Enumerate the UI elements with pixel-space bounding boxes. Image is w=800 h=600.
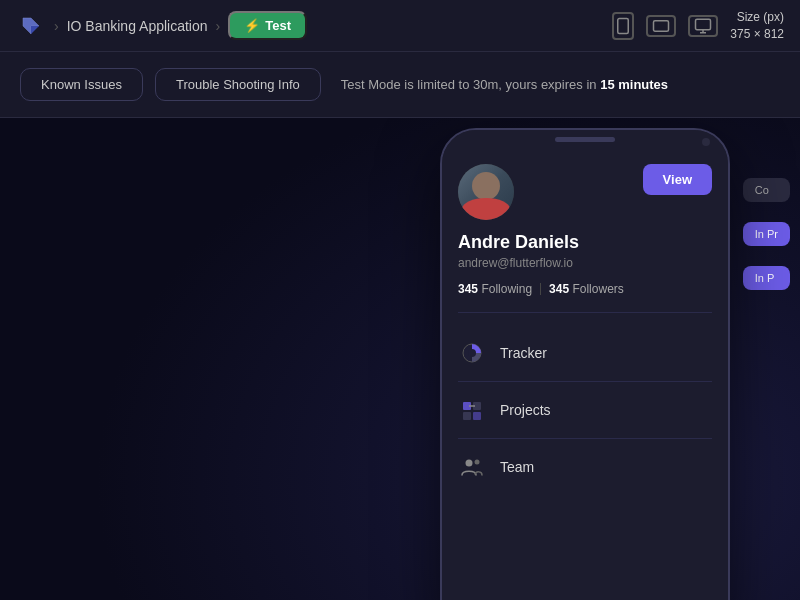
phone-frame: View Andre Daniels andrew@flutterflow.io… <box>440 128 730 600</box>
svg-point-14 <box>466 460 473 467</box>
tracker-icon <box>458 339 486 367</box>
desktop-device-icon[interactable] <box>688 15 718 37</box>
svg-rect-4 <box>696 19 711 30</box>
svg-rect-12 <box>473 412 481 420</box>
tabs-row: Known Issues Trouble Shooting Info Test … <box>0 52 800 118</box>
topbar-left: › IO Banking Application › ⚡ Test <box>16 11 307 41</box>
profile-divider <box>458 312 712 313</box>
test-mode-text: Test Mode is limited to 30m, yours expir… <box>341 77 600 92</box>
svg-rect-11 <box>463 412 471 420</box>
size-value: 375 × 812 <box>730 26 784 43</box>
main-area: Co In Pr In P View <box>0 118 800 600</box>
phone-content: View Andre Daniels andrew@flutterflow.io… <box>442 148 728 600</box>
avatar <box>458 164 514 220</box>
view-button[interactable]: View <box>643 164 712 195</box>
troubleshooting-tab[interactable]: Trouble Shooting Info <box>155 68 321 101</box>
right-cards: Co In Pr In P <box>743 178 790 290</box>
stat-divider <box>540 283 541 295</box>
svg-point-8 <box>468 349 476 357</box>
logo-icon[interactable] <box>16 11 46 41</box>
projects-label: Projects <box>500 402 551 418</box>
following-label: Following <box>481 282 532 296</box>
phone-container: View Andre Daniels andrew@flutterflow.io… <box>440 128 740 600</box>
right-card-co: Co <box>743 178 790 202</box>
team-label: Team <box>500 459 534 475</box>
content-area: Known Issues Trouble Shooting Info Test … <box>0 52 800 600</box>
tablet-device-icon[interactable] <box>646 15 676 37</box>
profile-row: View <box>458 164 712 220</box>
menu-item-tracker[interactable]: Tracker <box>458 325 712 382</box>
phone-camera-dot <box>702 138 710 146</box>
size-info: Size (px) 375 × 812 <box>730 9 784 43</box>
test-button[interactable]: ⚡ Test <box>228 11 307 40</box>
topbar-right: Size (px) 375 × 812 <box>612 9 784 43</box>
tracker-label: Tracker <box>500 345 547 361</box>
followers-label: Followers <box>572 282 623 296</box>
following-stat: 345 Following <box>458 282 532 296</box>
projects-icon <box>458 396 486 424</box>
followers-stat: 345 Followers <box>549 282 624 296</box>
phone-notch-pill <box>555 137 615 142</box>
svg-rect-2 <box>654 20 669 31</box>
breadcrumb-app: IO Banking Application <box>67 18 208 34</box>
svg-rect-0 <box>618 18 629 33</box>
menu-item-team[interactable]: Team <box>458 439 712 495</box>
profile-email: andrew@flutterflow.io <box>458 256 712 270</box>
svg-point-15 <box>475 460 480 465</box>
right-card-inpr1: In Pr <box>743 222 790 246</box>
team-icon <box>458 453 486 481</box>
known-issues-tab[interactable]: Known Issues <box>20 68 143 101</box>
following-count: 345 <box>458 282 478 296</box>
test-mode-message: Test Mode is limited to 30m, yours expir… <box>341 77 668 92</box>
test-mode-time: 15 minutes <box>600 77 668 92</box>
test-button-label: Test <box>265 18 291 33</box>
menu-item-projects[interactable]: Projects <box>458 382 712 439</box>
phone-top-bar <box>442 130 728 148</box>
mobile-device-icon[interactable] <box>612 12 634 40</box>
breadcrumb-sep2: › <box>216 18 221 34</box>
breadcrumb-sep1: › <box>54 18 59 34</box>
topbar: › IO Banking Application › ⚡ Test <box>0 0 800 52</box>
size-label: Size (px) <box>730 9 784 26</box>
avatar-image <box>458 164 514 220</box>
right-card-inpr2: In P <box>743 266 790 290</box>
followers-count: 345 <box>549 282 569 296</box>
stats-row: 345 Following 345 Followers <box>458 282 712 296</box>
lightning-icon: ⚡ <box>244 18 260 33</box>
profile-name: Andre Daniels <box>458 232 712 253</box>
